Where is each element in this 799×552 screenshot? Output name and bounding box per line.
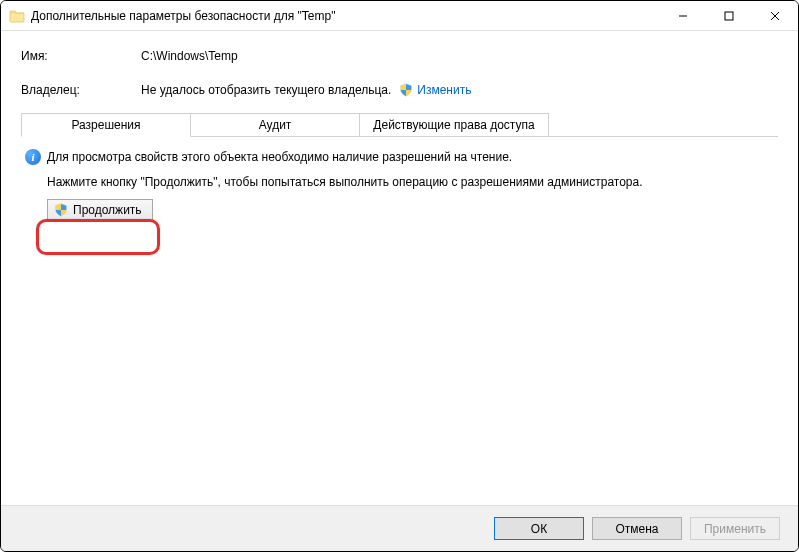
minimize-button[interactable] xyxy=(660,1,706,31)
shield-icon xyxy=(399,83,413,97)
content-area: Имя: C:\Windows\Temp Владелец: Не удалос… xyxy=(1,31,798,231)
owner-value: Не удалось отобразить текущего владельца… xyxy=(141,83,391,97)
ok-button[interactable]: ОК xyxy=(494,517,584,540)
tab-panel-permissions: i Для просмотра свойств этого объекта не… xyxy=(21,137,778,221)
info-row: i Для просмотра свойств этого объекта не… xyxy=(25,149,774,165)
maximize-button[interactable] xyxy=(706,1,752,31)
svg-rect-1 xyxy=(725,12,733,20)
close-button[interactable] xyxy=(752,1,798,31)
apply-button[interactable]: Применить xyxy=(690,517,780,540)
name-label: Имя: xyxy=(21,49,141,63)
owner-label: Владелец: xyxy=(21,83,141,97)
name-value: C:\Windows\Temp xyxy=(141,49,238,63)
tab-effective-access[interactable]: Действующие права доступа xyxy=(359,113,549,137)
info-icon: i xyxy=(25,149,41,165)
window-title: Дополнительные параметры безопасности дл… xyxy=(31,9,335,23)
change-owner-link[interactable]: Изменить xyxy=(399,83,471,97)
continue-button[interactable]: Продолжить xyxy=(47,199,153,221)
folder-icon xyxy=(9,8,25,24)
tab-strip: Разрешения Аудит Действующие права досту… xyxy=(21,113,778,137)
hint-text: Нажмите кнопку "Продолжить", чтобы попыт… xyxy=(47,175,774,189)
tab-audit[interactable]: Аудит xyxy=(190,113,360,137)
owner-row: Владелец: Не удалось отобразить текущего… xyxy=(21,79,778,101)
continue-button-label: Продолжить xyxy=(73,203,142,217)
shield-icon xyxy=(54,203,68,217)
titlebar: Дополнительные параметры безопасности дл… xyxy=(1,1,798,31)
change-owner-text: Изменить xyxy=(417,83,471,97)
name-row: Имя: C:\Windows\Temp xyxy=(21,45,778,67)
cancel-button[interactable]: Отмена xyxy=(592,517,682,540)
dialog-footer: ОК Отмена Применить xyxy=(1,505,798,551)
tab-permissions[interactable]: Разрешения xyxy=(21,113,191,137)
info-text: Для просмотра свойств этого объекта необ… xyxy=(47,150,512,164)
window-controls xyxy=(660,1,798,31)
